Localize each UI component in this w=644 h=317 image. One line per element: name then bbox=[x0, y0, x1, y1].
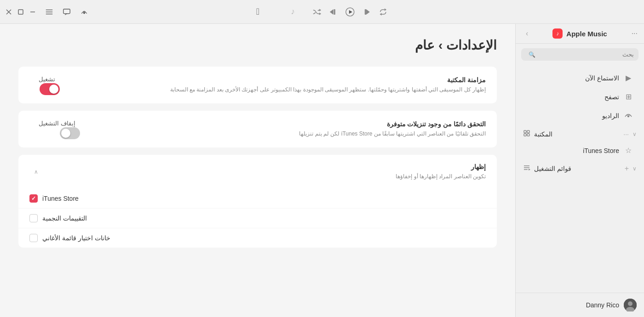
playlists-icon bbox=[523, 164, 530, 173]
main-layout: الإعدادات › عام مزامنة المكتبة إظهار كل … bbox=[0, 24, 644, 317]
check-downloads-toggle[interactable] bbox=[60, 127, 80, 139]
svg-rect-17 bbox=[527, 130, 529, 133]
library-sync-desc: إظهار كل الموسيقى التي أضفتها واشتريتها … bbox=[60, 85, 486, 94]
sidebar-now-playing-left: ▶ الاستماع الآن bbox=[585, 74, 633, 82]
music-badge: ♪ bbox=[552, 28, 563, 39]
sidebar-app-name: Apple Music bbox=[566, 30, 607, 38]
nav-icons bbox=[45, 8, 88, 16]
sidebar-itunes-left: ☆ iTunes Store bbox=[583, 146, 633, 155]
svg-rect-16 bbox=[524, 130, 526, 133]
display-chevron-icon[interactable]: ∧ bbox=[34, 169, 38, 175]
itunes-store-nav-label: iTunes Store bbox=[583, 147, 619, 154]
play-button[interactable] bbox=[345, 7, 355, 17]
library-sync-row: مزامنة المكتبة إظهار كل الموسيقى التي أض… bbox=[18, 67, 497, 103]
maximize-icon[interactable] bbox=[17, 9, 24, 15]
svg-marker-12 bbox=[349, 10, 352, 14]
sidebar-header: ··· Apple Music ♪ › bbox=[516, 24, 644, 44]
playlists-section-header: ∨ + قوائم التشغيل bbox=[516, 160, 644, 175]
sidebar-nav-forward-icon[interactable]: › bbox=[526, 29, 528, 38]
play-icon: ▶ bbox=[624, 74, 633, 82]
sidebar-item-now-playing[interactable]: ▶ الاستماع الآن bbox=[519, 69, 640, 87]
svg-marker-13 bbox=[366, 9, 370, 15]
search-input[interactable] bbox=[535, 51, 634, 58]
display-section: إظهار تكوين العناصر المراد إظهارها أو إخ… bbox=[18, 155, 497, 248]
now-playing-label: الاستماع الآن bbox=[585, 74, 619, 82]
itunes-store-label: iTunes Store bbox=[42, 195, 79, 202]
display-section-header: إظهار تكوين العناصر المراد إظهارها أو إخ… bbox=[18, 155, 497, 189]
shuffle-button[interactable] bbox=[312, 7, 322, 17]
library-section-header: ∨ ··· المكتبة bbox=[516, 126, 644, 141]
sidebar-header-right: ··· bbox=[632, 29, 638, 38]
music-note-icon: ♪ bbox=[291, 7, 295, 17]
svg-marker-23 bbox=[529, 169, 530, 170]
search-icon: 🔍 bbox=[529, 51, 535, 58]
sidebar-radio-left: الراديو bbox=[602, 111, 633, 120]
sidebar-item-itunes-store[interactable]: ☆ iTunes Store bbox=[519, 142, 640, 159]
repeat-button[interactable] bbox=[379, 7, 388, 17]
playlists-expand-icon[interactable]: ∨ bbox=[632, 165, 637, 172]
playback-controls:  ♪ bbox=[256, 6, 388, 17]
playlists-add-icon[interactable]: + bbox=[625, 164, 629, 173]
sidebar-item-radio[interactable]: الراديو bbox=[519, 107, 640, 125]
svg-rect-18 bbox=[524, 134, 526, 136]
display-section-text: إظهار تكوين العناصر المراد إظهارها أو إخ… bbox=[38, 163, 486, 181]
library-more-icon[interactable]: ··· bbox=[623, 130, 629, 138]
svg-point-8 bbox=[84, 12, 85, 13]
more-options-icon[interactable]: ··· bbox=[632, 29, 638, 38]
check-downloads-row: التحقق دائمًا من وجود تنزيلات متوفرة الت… bbox=[18, 111, 497, 147]
check-downloads-title: التحقق دائمًا من وجود تنزيلات متوفرة bbox=[80, 120, 486, 128]
library-sync-toggle[interactable] bbox=[40, 83, 60, 95]
svg-rect-7 bbox=[63, 9, 70, 13]
browse-icon: ⊞ bbox=[624, 92, 633, 101]
svg-rect-10 bbox=[334, 9, 335, 15]
check-downloads-toggle-label: إيقاف التشغيل bbox=[39, 120, 75, 127]
radio-icon bbox=[624, 111, 633, 120]
svg-rect-14 bbox=[365, 9, 366, 15]
rewind-button[interactable] bbox=[329, 7, 338, 17]
sidebar-item-browse[interactable]: ⊞ تصفح bbox=[519, 88, 640, 106]
sidebar-footer[interactable]: Danny Rico bbox=[516, 293, 644, 317]
playlists-label: قوائم التشغيل bbox=[534, 165, 571, 172]
window-controls bbox=[6, 9, 36, 15]
check-downloads-section: التحقق دائمًا من وجود تنزيلات متوفرة الت… bbox=[18, 111, 497, 147]
check-downloads-control: إيقاف التشغيل bbox=[39, 119, 80, 139]
display-title: إظهار bbox=[38, 163, 486, 170]
check-downloads-desc: التحقق تلقائيًا من العناصر التي اشتريتها… bbox=[80, 130, 486, 138]
library-sync-section: مزامنة المكتبة إظهار كل الموسيقى التي أض… bbox=[18, 67, 497, 103]
svg-rect-19 bbox=[527, 134, 529, 136]
sidebar-nav: ▶ الاستماع الآن ⊞ تصفح bbox=[516, 65, 644, 293]
svg-point-15 bbox=[628, 116, 629, 117]
chat-icon[interactable] bbox=[63, 8, 71, 16]
broadcast-icon[interactable] bbox=[80, 8, 88, 16]
itunes-store-checkbox[interactable] bbox=[29, 194, 38, 203]
fastforward-button[interactable] bbox=[362, 7, 371, 17]
svg-point-25 bbox=[628, 301, 632, 306]
star-icon: ☆ bbox=[624, 146, 633, 155]
radio-label: الراديو bbox=[602, 112, 619, 119]
library-label: المكتبة bbox=[534, 130, 552, 138]
sidebar: ··· Apple Music ♪ › 🔍 ▶ الاستماع الآن bbox=[515, 24, 644, 317]
library-expand-icon[interactable]: ∨ bbox=[632, 131, 637, 137]
minimize-icon[interactable] bbox=[29, 9, 36, 15]
star-ratings-label: التقييمات النجمية bbox=[42, 215, 87, 222]
playlist-checkboxes-label: خانات اختيار قائمة الأغاني bbox=[42, 234, 110, 242]
svg-marker-9 bbox=[330, 9, 334, 15]
content-area: الإعدادات › عام مزامنة المكتبة إظهار كل … bbox=[0, 24, 515, 317]
itunes-store-row: iTunes Store bbox=[18, 189, 497, 209]
page-title: الإعدادات › عام bbox=[18, 38, 497, 53]
playlist-checkboxes-checkbox[interactable] bbox=[29, 234, 38, 242]
svg-rect-2 bbox=[18, 10, 23, 14]
star-ratings-checkbox[interactable] bbox=[29, 214, 38, 222]
library-sync-toggle-label: تشغيل bbox=[39, 76, 55, 83]
footer-user-name: Danny Rico bbox=[586, 301, 619, 309]
star-ratings-row: التقييمات النجمية bbox=[18, 209, 497, 228]
browse-label: تصفح bbox=[604, 93, 619, 101]
library-icon bbox=[523, 130, 530, 139]
close-icon[interactable] bbox=[6, 9, 12, 15]
library-sync-title: مزامنة المكتبة bbox=[60, 76, 486, 84]
playlist-checkboxes-row: خانات اختيار قائمة الأغاني bbox=[18, 228, 497, 248]
library-sync-text: مزامنة المكتبة إظهار كل الموسيقى التي أض… bbox=[60, 76, 486, 94]
title-bar:  ♪ bbox=[0, 0, 644, 24]
menu-icon[interactable] bbox=[45, 8, 53, 16]
check-downloads-text: التحقق دائمًا من وجود تنزيلات متوفرة الت… bbox=[80, 120, 486, 138]
